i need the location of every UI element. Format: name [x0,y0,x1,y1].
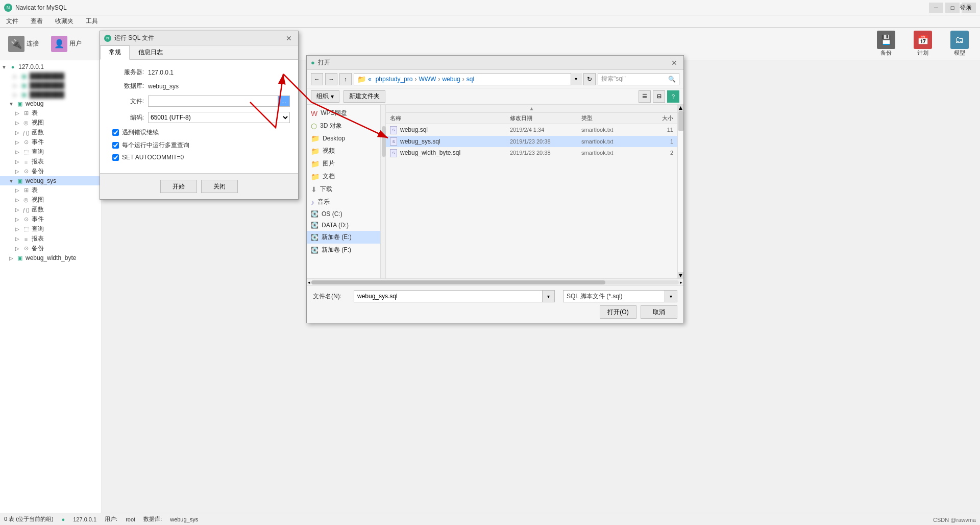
sidebar-db-webug-sys[interactable]: ▼ ▣ webug_sys [0,176,102,185]
nav-download[interactable]: ⬇ 下载 [307,183,380,196]
search-box[interactable]: 搜索"sql" 🔍 [598,73,679,85]
vscroll-down[interactable]: ▼ [678,272,683,278]
nav-image[interactable]: 📁 图片 [307,157,380,170]
run-multiple-label: 每个运行中运行多重查询 [122,141,189,150]
sidebar-webug-sys-tables[interactable]: ▷ ⊞ 表 [0,185,102,195]
open-button[interactable]: 打开(O) [600,305,636,319]
maximize-button[interactable]: □ [945,3,960,13]
sidebar-webug-sys-events[interactable]: ▷ ⊙ 事件 [0,214,102,224]
minimize-button[interactable]: ─ [929,3,943,13]
col-size[interactable]: 大小 [643,114,673,122]
file-input[interactable] [148,96,278,107]
filename-input[interactable] [354,290,543,302]
sidebar-webug-sys-views[interactable]: ▷ ◎ 视图 [0,195,102,205]
toolbar-model[interactable]: 🗂 模型 [947,31,972,57]
view-list-button[interactable]: ☰ [639,90,651,103]
addr-part-1[interactable]: « [368,76,372,83]
file-item-webug-sql[interactable]: S webug.sql 2019/2/4 1:34 smartlook.txt … [386,124,677,136]
menu-tools[interactable]: 工具 [84,16,100,27]
menu-view[interactable]: 查看 [29,16,45,27]
toolbar-schedule[interactable]: 📅 计划 [911,31,935,57]
vscroll-thumb[interactable] [678,111,683,131]
view-details-button[interactable]: ⊟ [653,90,665,103]
col-name[interactable]: 名称 [390,114,510,122]
organize-button[interactable]: 组织 ▾ [311,90,339,103]
run-multiple-checkbox[interactable] [112,142,119,149]
nav-music[interactable]: ♪ 音乐 [307,196,380,208]
nav-3d[interactable]: ⬡ 3D 对象 [307,120,380,132]
menu-file[interactable]: 文件 [4,16,20,27]
hscroll-left[interactable]: ◂ [308,280,310,285]
nav-os-c[interactable]: 💽 OS (C:) [307,208,380,220]
nav-video[interactable]: 📁 视频 [307,145,380,157]
file-label: 文件: [108,97,144,106]
toolbar-connect[interactable]: 🔌 连接 [8,36,39,52]
sidebar-webug-views[interactable]: ▷ ◎ 视图 [0,118,102,128]
top-right-area: 登录 [960,0,980,15]
filetype-dropdown[interactable]: ▾ [665,290,677,302]
addr-sql[interactable]: sql [467,76,474,83]
nav-forward-button[interactable]: → [325,73,337,85]
file-item-webug-sys-sql[interactable]: S webug_sys.sql 2019/1/23 20:38 smartloo… [386,136,677,148]
col-date[interactable]: 修改日期 [510,114,581,122]
sidebar-webug-funcs[interactable]: ▷ ƒ() 函数 [0,128,102,137]
nav-wps[interactable]: W WPS网盘 [307,107,380,120]
app-icon: N [4,4,12,12]
nav-up-button[interactable]: ↑ [339,73,352,85]
sidebar-webug-queries[interactable]: ▷ ⬚ 查询 [0,147,102,157]
sidebar-db-webug[interactable]: ▼ ▣ webug [0,99,102,108]
run-sql-close-button[interactable]: ✕ [284,33,294,43]
cancel-button[interactable]: 取消 [641,305,677,319]
autocommit-checkbox[interactable] [112,154,119,161]
new-folder-button[interactable]: 新建文件夹 [344,90,385,103]
login-button[interactable]: 登录 [960,4,972,12]
addr-phpstudy[interactable]: phpstudy_pro [376,76,413,83]
sidebar-webug-sys-backup[interactable]: ▷ ⊙ 备份 [0,244,102,253]
nav-data-d[interactable]: 💽 DATA (D:) [307,220,380,231]
model-icon: 🗂 [950,31,969,49]
continue-error-checkbox[interactable] [112,129,119,136]
sidebar-webug-sys-queries[interactable]: ▷ ⬚ 查询 [0,224,102,234]
toolbar-user[interactable]: 👤 用户 [51,36,82,52]
encoding-select[interactable]: 65001 (UTF-8) UTF-16 GBK [148,112,290,123]
hscroll-right[interactable]: ▸ [680,280,682,285]
encoding-label: 编码: [108,113,144,122]
menu-favorites[interactable]: 收藏夹 [53,16,76,27]
schedule-label: 计划 [917,49,928,57]
nav-new-e-label: 新加卷 (E:) [322,233,352,242]
sidebar-webug-sys-funcs[interactable]: ▷ ƒ() 函数 [0,205,102,214]
nav-back-button[interactable]: ← [311,73,323,85]
addr-webug[interactable]: webug [442,76,460,83]
filename-dropdown[interactable]: ▾ [543,290,555,302]
file-browse-button[interactable]: … [278,96,290,107]
tab-general[interactable]: 常规 [100,45,130,60]
address-dropdown[interactable]: ▾ [571,73,581,85]
sidebar-db-webug-width-byte[interactable]: ▷ ▣ webug_width_byte [0,253,102,262]
help-button[interactable]: ? [667,90,679,103]
sidebar-webug-reports[interactable]: ▷ ≡ 报表 [0,157,102,166]
tab-info-log[interactable]: 信息日志 [130,45,172,59]
nav-desktop[interactable]: 📁 Desktop [307,132,380,145]
sidebar-webug-tables[interactable]: ▷ ⊞ 表 [0,108,102,118]
sidebar-webug-events[interactable]: ▷ ⊙ 事件 [0,137,102,147]
nav-new-e[interactable]: 💽 新加卷 (E:) [307,231,380,244]
toolbar-backup[interactable]: 💾 备份 [874,31,898,57]
server-value: 127.0.0.1 [148,69,174,76]
vscroll-up[interactable]: ▲ [678,105,683,111]
nav-doc[interactable]: 📁 文档 [307,170,380,183]
nav-scroll-thumb[interactable] [382,126,386,157]
run-sql-close-btn[interactable]: 关闭 [201,180,238,193]
file-dialog-nav-toolbar: ← → ↑ 📁 « phpstudy_pro › WWW › webug › s… [307,70,683,88]
filename-label: 文件名(N): [313,292,354,301]
col-type[interactable]: 类型 [581,114,643,122]
hscroll-thumb[interactable] [311,280,605,284]
start-button[interactable]: 开始 [160,180,197,193]
sidebar-webug-backup[interactable]: ▷ ⊙ 备份 [0,166,102,176]
addr-www[interactable]: WWW [419,76,436,83]
sidebar-webug-sys-reports[interactable]: ▷ ≡ 报表 [0,234,102,244]
file-item-webug-width-byte-sql[interactable]: S webug_width_byte.sql 2019/1/23 20:38 s… [386,147,677,159]
nav-new-f[interactable]: 💽 新加卷 (F:) [307,244,380,256]
refresh-button[interactable]: ↻ [583,73,596,85]
sidebar-connection[interactable]: ▼ ● 127.0.0.1 [0,62,102,71]
file-dialog-close-button[interactable]: ✕ [669,58,679,68]
